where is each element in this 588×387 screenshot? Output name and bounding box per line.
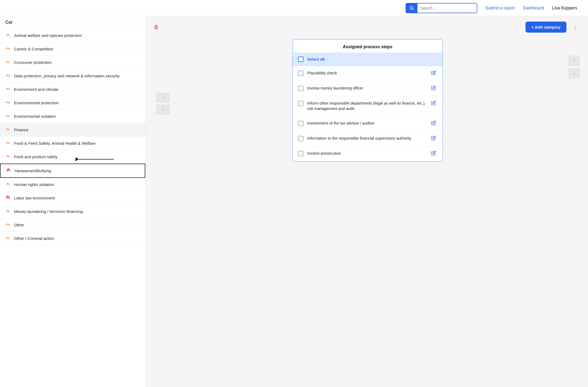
step-label-plausibility: Plausibility check: [307, 70, 426, 76]
sidebar-item-label-other: Other: [14, 223, 24, 227]
step-edit-button-prosecution[interactable]: [430, 151, 437, 157]
arrow-up-icon: [5, 113, 10, 119]
nav-arrows: ↑ ↓: [568, 55, 580, 79]
delete-button[interactable]: 🗑: [154, 24, 159, 30]
step-checkbox-tax-advisor[interactable]: [298, 121, 303, 126]
step-checkbox-prosecution[interactable]: [298, 151, 303, 156]
arrow-up-double-icon: [6, 168, 11, 174]
sidebar-item-food-feed[interactable]: Food & Feed Safety, Animal Health & Welf…: [0, 137, 145, 150]
step-label-prosecution: Involve prosecution: [307, 151, 426, 156]
search-button[interactable]: [406, 4, 417, 13]
sidebar-item-label-other-criminal: Other / Criminal action: [14, 236, 54, 241]
step-label-financial-supervisory: Information to the responsible financial…: [307, 136, 426, 141]
sidebar-item-labor-law[interactable]: Labor law environment: [0, 191, 145, 205]
step-checkbox-inform-departments[interactable]: [298, 101, 303, 106]
sidebar-item-environment-climate[interactable]: Environment and climate: [0, 83, 145, 96]
sidebar-heading: Cat: [0, 16, 145, 29]
nav-up-button[interactable]: ↑: [568, 55, 580, 66]
step-row-inform-departments: Inform other responsible departments (le…: [293, 96, 442, 116]
add-category-button[interactable]: + Add category: [525, 22, 566, 33]
sidebar-item-human-rights[interactable]: Human rights violation: [0, 178, 145, 191]
sidebar-item-consumer[interactable]: Consumer protection: [0, 56, 145, 69]
svg-line-1: [413, 9, 414, 10]
sidebar-item-env-violation[interactable]: Environmental violation: [0, 110, 145, 123]
sidebar-item-label-money-laundering: Money laundering / terrorism financing: [14, 209, 83, 214]
step-row-financial-supervisory: Information to the responsible financial…: [293, 131, 442, 146]
step-checkbox-money-laundering-officer[interactable]: [298, 86, 303, 91]
step-edit-button-inform-departments[interactable]: [430, 101, 437, 107]
down-icon: ↓: [573, 71, 575, 76]
step-edit-button-money-laundering-officer[interactable]: [430, 85, 437, 92]
more-options-button[interactable]: ⋮: [570, 23, 580, 32]
user-name: Lisa Küppers: [552, 6, 577, 11]
transfer-right-button[interactable]: →: [156, 93, 170, 103]
arrow-up-icon: [5, 60, 10, 65]
sidebar-item-other[interactable]: Other: [0, 218, 145, 232]
step-row-plausibility: Plausibility check: [293, 66, 442, 81]
step-row-tax-advisor: Involvement of the tax advisor / auditor: [293, 116, 442, 131]
sidebar-item-env-protection[interactable]: Environmental protection: [0, 96, 145, 110]
sidebar-item-label-env-protection: Environmental protection: [14, 101, 59, 105]
sidebar-item-label-env-violation: Environmental violation: [14, 114, 56, 119]
arrow-up-double-icon: [5, 195, 10, 201]
arrow-up-icon: [5, 127, 10, 133]
step-checkbox-plausibility[interactable]: [298, 71, 303, 76]
sidebar-item-food-product[interactable]: Food and product safety: [0, 150, 145, 164]
transfer-left-button[interactable]: ←: [156, 105, 170, 115]
sidebar-item-other-criminal[interactable]: Other / Criminal action: [0, 232, 145, 245]
step-row-money-laundering-officer: Involve money laundering officer: [293, 81, 442, 96]
sidebar-item-label-consumer: Consumer protection: [14, 60, 51, 65]
step-label-money-laundering-officer: Involve money laundering officer: [307, 85, 426, 91]
arrow-up-icon: [5, 140, 10, 146]
sidebar-item-label-harassment: Harassment/bullying: [15, 168, 51, 173]
arrow-up-icon: [5, 154, 10, 160]
content-area: 🗑 + Add category ⋮ → ← Assigned process …: [146, 16, 588, 387]
sidebar-item-label-finance: Finance: [14, 127, 28, 132]
sidebar-item-label-data-protection: Data protection, privacy and network & i…: [14, 74, 120, 78]
up-icon: ↑: [573, 58, 575, 63]
step-label-tax-advisor: Involvement of the tax advisor / auditor: [307, 120, 426, 126]
arrow-up-icon: [5, 46, 10, 52]
sidebar-item-label-labor-law: Labor law environment: [14, 196, 55, 200]
step-edit-button-financial-supervisory[interactable]: [430, 136, 437, 142]
trash-icon: 🗑: [154, 24, 159, 30]
sidebar-item-finance[interactable]: Finance: [0, 123, 145, 137]
sidebar: Cat Animal welfare and species protectio…: [0, 16, 146, 387]
main-layout: Cat Animal welfare and species protectio…: [0, 16, 588, 387]
process-steps-panel: Assigned process steps Select all Plausi…: [292, 39, 443, 162]
transfer-arrows: → ←: [154, 93, 172, 115]
select-all-checkbox[interactable]: [298, 57, 303, 62]
sidebar-item-label-human-rights: Human rights violation: [14, 182, 54, 187]
search-bar[interactable]: [406, 3, 477, 13]
search-icon: [409, 6, 414, 11]
arrow-up-icon: [5, 100, 10, 106]
step-checkbox-financial-supervisory[interactable]: [298, 136, 303, 141]
step-edit-button-tax-advisor[interactable]: [430, 120, 437, 127]
arrow-up-icon: [5, 182, 10, 187]
arrow-up-icon: [5, 236, 10, 241]
arrow-up-icon: [5, 209, 10, 214]
content-header: 🗑 + Add category ⋮: [154, 22, 580, 33]
nav-down-button[interactable]: ↓: [568, 68, 580, 79]
arrow-right-icon: →: [161, 96, 165, 100]
step-row-prosecution: Involve prosecution: [293, 146, 442, 161]
sidebar-item-cartels[interactable]: Cartels & Competition: [0, 42, 145, 56]
sidebar-item-label-environment-climate: Environment and climate: [14, 87, 58, 92]
sidebar-item-money-laundering[interactable]: Money laundering / terrorism financing: [0, 205, 145, 218]
sidebar-item-label-cartels: Cartels & Competition: [14, 47, 53, 51]
dashboard-link[interactable]: Dashboard: [523, 6, 544, 11]
header: Submit a report Dashboard Lisa Küppers: [0, 0, 588, 16]
content-inner: → ← Assigned process steps Select all Pl…: [154, 39, 580, 162]
submit-report-link[interactable]: Submit a report: [485, 6, 515, 11]
sidebar-item-label-animal-welfare: Animal welfare and species protection: [14, 33, 82, 38]
sidebar-item-harassment[interactable]: Harassment/bullying: [0, 164, 145, 178]
select-all-row[interactable]: Select all: [293, 53, 442, 66]
select-all-label: Select all: [307, 57, 325, 61]
step-edit-button-plausibility[interactable]: [430, 70, 437, 77]
sidebar-item-label-food-feed: Food & Feed Safety, Animal Health & Welf…: [14, 141, 96, 146]
search-input[interactable]: [417, 4, 477, 12]
arrow-left-icon: ←: [161, 108, 165, 112]
sidebar-item-data-protection[interactable]: Data protection, privacy and network & i…: [0, 69, 145, 83]
arrow-up-icon: [5, 222, 10, 228]
sidebar-item-animal-welfare[interactable]: Animal welfare and species protection: [0, 29, 145, 42]
